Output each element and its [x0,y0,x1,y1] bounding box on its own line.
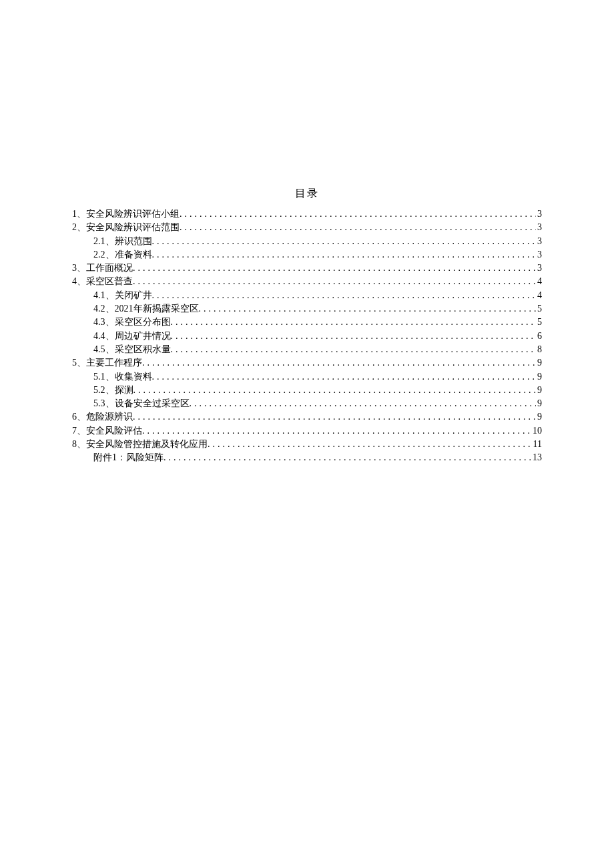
toc-entry-label: 采空区普查 [86,275,133,288]
toc-entry-page: 3 [536,207,542,221]
toc-entry-label: 收集资料 [115,370,152,384]
toc-entry-page: 5 [536,316,542,329]
toc-entry-page: 13 [531,451,542,464]
toc-entry-label: 2021年新揭露采空区 [115,302,199,316]
toc-entry-number: 4.2、 [93,302,115,316]
toc-dots [164,451,531,464]
toc-entry-page: 3 [536,235,542,248]
toc-entry-number: 2、 [72,221,86,234]
toc-dots [199,302,537,316]
toc-dots [171,343,537,356]
toc-entry-label: 风险矩阵 [126,451,164,464]
toc-dots [171,330,537,343]
toc-dots [152,248,537,262]
toc-entry: 5.2、 探测9 [72,384,542,397]
toc-entry-number: 3、 [72,262,86,275]
toc-entry-label: 采空区积水量 [115,343,171,356]
toc-entry-label: 危险源辨识 [86,410,133,424]
toc-dots [133,262,536,275]
toc-entry: 4.3、 采空区分布图5 [72,316,542,329]
toc-entry-number: 6、 [72,410,86,424]
toc-dots [208,438,532,451]
toc-entry-page: 6 [536,330,542,343]
toc-entry-page: 3 [536,248,542,262]
toc-entry-number: 5.1、 [93,370,115,384]
toc-entry: 4.2、 2021年新揭露采空区5 [72,302,542,316]
toc-entry: 2.1、 辨识范围3 [72,235,542,248]
toc-entry-number: 4.3、 [93,316,115,329]
toc-entry: 5.1、 收集资料9 [72,370,542,384]
toc-dots [180,207,536,221]
toc-entry-page: 9 [536,356,542,370]
toc-entry: 3、工作面概况3 [72,262,542,275]
toc-dots [190,397,537,410]
toc-entry-label: 安全风险辨识评估范围 [86,221,180,234]
toc-entry-number: 4.1、 [93,289,115,302]
toc-entry-label: 主要工作程序 [86,356,142,370]
toc-entry-number: 2.2、 [93,248,115,262]
toc-entry-label: 辨识范围 [115,235,152,248]
toc-dots [152,289,537,302]
toc-entry-page: 3 [536,262,542,275]
toc-entry-label: 安全风险管控措施及转化应用 [86,438,208,451]
toc-entry-number: 5、 [72,356,86,370]
toc-entry: 1、安全风险辨识评估小组3 [72,207,542,221]
toc-entry-label: 探测 [115,384,133,397]
toc-dots [180,221,536,234]
toc-entry-number: 7、 [72,424,86,438]
toc-entry-page: 9 [536,397,542,410]
toc-entry-label: 安全风险辨识评估小组 [86,207,180,221]
toc-dots [142,424,531,438]
toc-dots [133,275,536,288]
toc-entry-label: 工作面概况 [86,262,133,275]
toc-entry: 2、安全风险辨识评估范围3 [72,221,542,234]
toc-entry-label: 设备安全过采空区 [115,397,190,410]
toc-entry-page: 5 [536,302,542,316]
toc-entry-number: 1、 [72,207,86,221]
toc-entry-page: 9 [536,370,542,384]
toc-entry-page: 9 [536,384,542,397]
toc-entry-number: 2.1、 [93,235,115,248]
toc-entry-number: 附件1： [93,451,126,464]
toc-dots [152,370,537,384]
toc-entry-page: 8 [536,343,542,356]
toc-entry-page: 9 [536,410,542,424]
toc-dots [152,235,537,248]
toc-entry: 4.1、 关闭矿井4 [72,289,542,302]
toc-entry-label: 安全风险评估 [86,424,142,438]
toc-entry: 7、安全风险评估10 [72,424,542,438]
toc-entry: 8、安全风险管控措施及转化应用11 [72,438,542,451]
toc-entry-number: 5.2、 [93,384,115,397]
toc-entry: 4.4、 周边矿井情况6 [72,330,542,343]
toc-entry: 5、主要工作程序9 [72,356,542,370]
toc-entry-number: 5.3、 [93,397,115,410]
toc-dots [171,316,537,329]
toc-entry-page: 3 [536,221,542,234]
toc-entry-number: 4、 [72,275,86,288]
toc-container: 1、安全风险辨识评估小组32、安全风险辨识评估范围32.1、 辨识范围32.2、… [72,207,542,465]
toc-entry: 4、采空区普查4 [72,275,542,288]
toc-entry-label: 准备资料 [115,248,152,262]
toc-entry-label: 关闭矿井 [115,289,152,302]
toc-entry-page: 10 [531,424,542,438]
toc-entry: 2.2、 准备资料3 [72,248,542,262]
toc-entry-page: 4 [536,275,542,288]
toc-entry-number: 4.4、 [93,330,115,343]
toc-entry-number: 4.5、 [93,343,115,356]
toc-title: 目录 [72,187,542,201]
toc-dots [142,356,536,370]
toc-entry: 5.3、 设备安全过采空区9 [72,397,542,410]
toc-entry: 4.5、 采空区积水量8 [72,343,542,356]
toc-entry: 附件1： 风险矩阵13 [72,451,542,464]
toc-entry-label: 采空区分布图 [115,316,171,329]
toc-dots [133,384,537,397]
toc-entry-page: 4 [536,289,542,302]
toc-entry: 6、危险源辨识9 [72,410,542,424]
toc-entry-number: 8、 [72,438,86,451]
toc-entry-label: 周边矿井情况 [115,330,171,343]
toc-entry-page: 11 [532,438,542,451]
toc-dots [133,410,536,424]
